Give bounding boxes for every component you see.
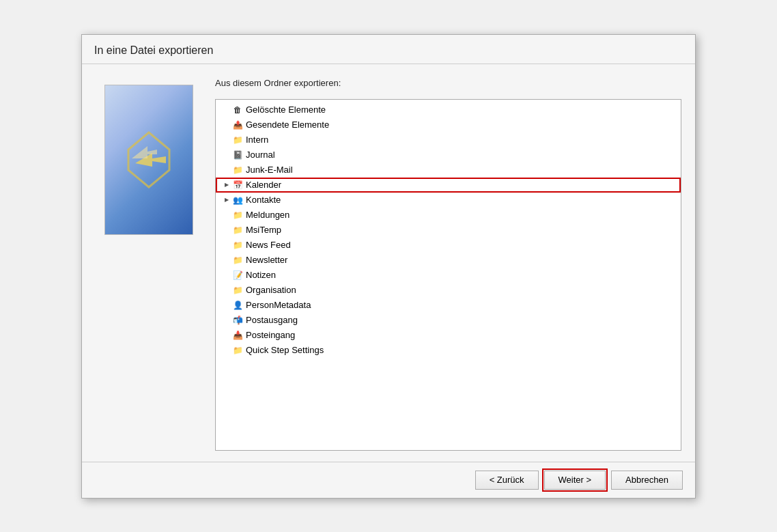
- item-label: Kalender: [246, 180, 281, 190]
- tree-item-meldungen[interactable]: 📁 Meldungen: [216, 208, 681, 223]
- expand-icon: [221, 165, 232, 176]
- svg-marker-2: [132, 146, 157, 158]
- folder-icon: 📁: [232, 240, 243, 251]
- expand-icon: [221, 210, 232, 221]
- expand-icon: [221, 240, 232, 251]
- tree-item-junk[interactable]: 📁 Junk-E-Mail: [216, 163, 681, 178]
- cancel-button[interactable]: Abbrechen: [611, 471, 683, 490]
- outlook-logo-icon: [115, 126, 183, 194]
- folder-icon: 📁: [232, 345, 243, 356]
- dialog-footer: < Zurück Weiter > Abbrechen: [82, 462, 695, 498]
- item-label: News Feed: [246, 240, 291, 250]
- item-label: Quick Step Settings: [246, 345, 324, 355]
- notes-icon: 📝: [232, 270, 243, 281]
- item-label: Notizen: [246, 270, 276, 280]
- folder-icon: 📁: [232, 165, 243, 176]
- dialog-body: Aus diesem Ordner exportieren: 🗑 Gelösch…: [82, 64, 695, 462]
- folder-icon: 📁: [232, 225, 243, 236]
- tree-item-newsfeed[interactable]: 📁 News Feed: [216, 238, 681, 253]
- expand-icon: [221, 150, 232, 160]
- expand-icon: [221, 300, 232, 311]
- folder-icon: 📁: [232, 255, 243, 266]
- tree-item-msitemp[interactable]: 📁 MsiTemp: [216, 223, 681, 238]
- sent-icon: 📤: [232, 120, 243, 130]
- folder-icon: 📁: [232, 210, 243, 221]
- dialog-title: In eine Datei exportieren: [94, 44, 213, 56]
- expand-icon: [221, 285, 232, 296]
- item-label: Gesendete Elemente: [246, 120, 329, 130]
- item-label: Junk-E-Mail: [246, 165, 293, 175]
- export-dialog: In eine Datei exportieren: [81, 34, 696, 499]
- expand-icon[interactable]: [221, 180, 232, 191]
- expand-icon: [221, 135, 232, 145]
- expand-icon: [221, 255, 232, 266]
- inbox-icon: 📥: [232, 330, 243, 341]
- expand-icon: [221, 345, 232, 356]
- item-label: Newsletter: [246, 255, 287, 265]
- expand-icon: [221, 120, 232, 130]
- preview-panel: [96, 78, 201, 451]
- tree-item-kalender[interactable]: 📅 Kalender: [216, 178, 681, 193]
- folder-tree-container: 🗑 Gelöschte Elemente 📤 Gesendete Element…: [215, 99, 681, 451]
- tree-item-intern[interactable]: 📁 Intern: [216, 132, 681, 148]
- item-label: Postausgang: [246, 315, 298, 325]
- item-label: Organisation: [246, 285, 296, 295]
- content-panel: Aus diesem Ordner exportieren: 🗑 Gelösch…: [215, 78, 681, 451]
- item-label: Intern: [246, 135, 268, 145]
- item-label: Journal: [246, 150, 275, 160]
- tree-item-personmetadata[interactable]: 👤 PersonMetadata: [216, 298, 681, 313]
- next-button[interactable]: Weiter >: [544, 471, 606, 490]
- expand-icon: [221, 225, 232, 236]
- expand-icon: [221, 104, 232, 115]
- item-label: Posteingang: [246, 330, 295, 340]
- dialog-titlebar: In eine Datei exportieren: [82, 35, 695, 64]
- tree-item-organisation[interactable]: 📁 Organisation: [216, 283, 681, 298]
- outbox-icon: 📬: [232, 315, 243, 326]
- item-label: Kontakte: [246, 195, 281, 205]
- item-label: Meldungen: [246, 210, 289, 220]
- contacts-icon: 👥: [232, 195, 243, 206]
- section-label: Aus diesem Ordner exportieren:: [215, 78, 681, 88]
- folder-icon: 📁: [232, 285, 243, 296]
- tree-item-geloschte[interactable]: 🗑 Gelöschte Elemente: [216, 102, 681, 117]
- folder-tree[interactable]: 🗑 Gelöschte Elemente 📤 Gesendete Element…: [216, 100, 681, 450]
- expand-icon: [221, 270, 232, 281]
- expand-icon: [221, 330, 232, 341]
- tree-item-notizen[interactable]: 📝 Notizen: [216, 268, 681, 283]
- tree-item-gesendete[interactable]: 📤 Gesendete Elemente: [216, 117, 681, 132]
- tree-item-quickstep[interactable]: 📁 Quick Step Settings: [216, 343, 681, 358]
- folder-icon: 📁: [232, 135, 243, 145]
- expand-icon[interactable]: [221, 195, 232, 206]
- person-icon: 👤: [232, 300, 243, 311]
- journal-icon: 📓: [232, 150, 243, 160]
- tree-item-kontakte[interactable]: 👥 Kontakte: [216, 193, 681, 208]
- calendar-icon: 📅: [232, 180, 243, 191]
- item-label: Gelöschte Elemente: [246, 104, 326, 115]
- item-label: PersonMetadata: [246, 300, 311, 310]
- item-label: MsiTemp: [246, 225, 281, 235]
- back-button[interactable]: < Zurück: [475, 471, 539, 490]
- expand-icon: [221, 315, 232, 326]
- tree-item-postausgang[interactable]: 📬 Postausgang: [216, 313, 681, 328]
- trash-icon: 🗑: [232, 104, 243, 115]
- preview-image: [104, 85, 193, 235]
- tree-item-newsletter[interactable]: 📁 Newsletter: [216, 253, 681, 268]
- tree-item-journal[interactable]: 📓 Journal: [216, 148, 681, 163]
- tree-item-posteingang[interactable]: 📥 Posteingang: [216, 328, 681, 343]
